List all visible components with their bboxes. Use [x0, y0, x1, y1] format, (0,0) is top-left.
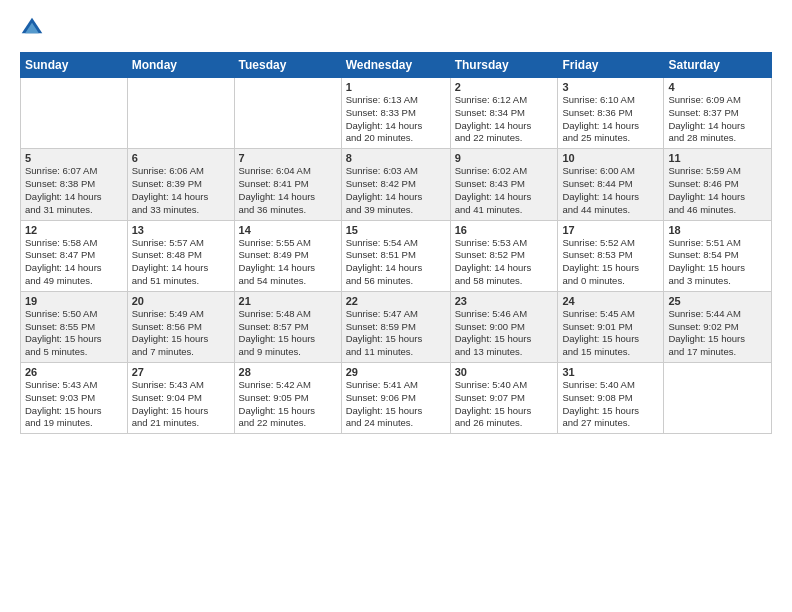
calendar-cell: 17Sunrise: 5:52 AM Sunset: 8:53 PM Dayli…: [558, 220, 664, 291]
calendar-cell: 25Sunrise: 5:44 AM Sunset: 9:02 PM Dayli…: [664, 291, 772, 362]
calendar-cell: 19Sunrise: 5:50 AM Sunset: 8:55 PM Dayli…: [21, 291, 128, 362]
calendar-week-row: 12Sunrise: 5:58 AM Sunset: 8:47 PM Dayli…: [21, 220, 772, 291]
day-info: Sunrise: 6:09 AM Sunset: 8:37 PM Dayligh…: [668, 94, 767, 145]
day-number: 5: [25, 152, 123, 164]
calendar-header-row: SundayMondayTuesdayWednesdayThursdayFrid…: [21, 53, 772, 78]
day-info: Sunrise: 5:52 AM Sunset: 8:53 PM Dayligh…: [562, 237, 659, 288]
calendar-cell: 4Sunrise: 6:09 AM Sunset: 8:37 PM Daylig…: [664, 78, 772, 149]
calendar-cell: 12Sunrise: 5:58 AM Sunset: 8:47 PM Dayli…: [21, 220, 128, 291]
day-info: Sunrise: 5:50 AM Sunset: 8:55 PM Dayligh…: [25, 308, 123, 359]
calendar-cell: 16Sunrise: 5:53 AM Sunset: 8:52 PM Dayli…: [450, 220, 558, 291]
day-info: Sunrise: 5:59 AM Sunset: 8:46 PM Dayligh…: [668, 165, 767, 216]
calendar-cell: 10Sunrise: 6:00 AM Sunset: 8:44 PM Dayli…: [558, 149, 664, 220]
calendar-cell: [664, 363, 772, 434]
day-number: 23: [455, 295, 554, 307]
day-info: Sunrise: 5:42 AM Sunset: 9:05 PM Dayligh…: [239, 379, 337, 430]
day-number: 9: [455, 152, 554, 164]
calendar-cell: 28Sunrise: 5:42 AM Sunset: 9:05 PM Dayli…: [234, 363, 341, 434]
day-info: Sunrise: 6:12 AM Sunset: 8:34 PM Dayligh…: [455, 94, 554, 145]
calendar-cell: 3Sunrise: 6:10 AM Sunset: 8:36 PM Daylig…: [558, 78, 664, 149]
day-info: Sunrise: 5:49 AM Sunset: 8:56 PM Dayligh…: [132, 308, 230, 359]
calendar-cell: 9Sunrise: 6:02 AM Sunset: 8:43 PM Daylig…: [450, 149, 558, 220]
calendar-cell: 24Sunrise: 5:45 AM Sunset: 9:01 PM Dayli…: [558, 291, 664, 362]
day-number: 24: [562, 295, 659, 307]
day-info: Sunrise: 6:00 AM Sunset: 8:44 PM Dayligh…: [562, 165, 659, 216]
day-info: Sunrise: 5:43 AM Sunset: 9:04 PM Dayligh…: [132, 379, 230, 430]
calendar-day-header: Tuesday: [234, 53, 341, 78]
day-number: 13: [132, 224, 230, 236]
day-info: Sunrise: 5:40 AM Sunset: 9:08 PM Dayligh…: [562, 379, 659, 430]
calendar-cell: 31Sunrise: 5:40 AM Sunset: 9:08 PM Dayli…: [558, 363, 664, 434]
day-info: Sunrise: 5:47 AM Sunset: 8:59 PM Dayligh…: [346, 308, 446, 359]
day-number: 7: [239, 152, 337, 164]
calendar-cell: 23Sunrise: 5:46 AM Sunset: 9:00 PM Dayli…: [450, 291, 558, 362]
day-number: 22: [346, 295, 446, 307]
calendar-week-row: 1Sunrise: 6:13 AM Sunset: 8:33 PM Daylig…: [21, 78, 772, 149]
logo-icon: [20, 16, 44, 40]
calendar-cell: 14Sunrise: 5:55 AM Sunset: 8:49 PM Dayli…: [234, 220, 341, 291]
day-number: 10: [562, 152, 659, 164]
calendar-table: SundayMondayTuesdayWednesdayThursdayFrid…: [20, 52, 772, 434]
day-number: 11: [668, 152, 767, 164]
day-info: Sunrise: 5:44 AM Sunset: 9:02 PM Dayligh…: [668, 308, 767, 359]
calendar-day-header: Thursday: [450, 53, 558, 78]
calendar-cell: 13Sunrise: 5:57 AM Sunset: 8:48 PM Dayli…: [127, 220, 234, 291]
calendar-cell: 5Sunrise: 6:07 AM Sunset: 8:38 PM Daylig…: [21, 149, 128, 220]
calendar-week-row: 26Sunrise: 5:43 AM Sunset: 9:03 PM Dayli…: [21, 363, 772, 434]
day-number: 15: [346, 224, 446, 236]
calendar-cell: [127, 78, 234, 149]
calendar-week-row: 19Sunrise: 5:50 AM Sunset: 8:55 PM Dayli…: [21, 291, 772, 362]
day-number: 12: [25, 224, 123, 236]
day-info: Sunrise: 5:54 AM Sunset: 8:51 PM Dayligh…: [346, 237, 446, 288]
calendar-cell: 30Sunrise: 5:40 AM Sunset: 9:07 PM Dayli…: [450, 363, 558, 434]
calendar-day-header: Saturday: [664, 53, 772, 78]
calendar-cell: 1Sunrise: 6:13 AM Sunset: 8:33 PM Daylig…: [341, 78, 450, 149]
calendar-day-header: Friday: [558, 53, 664, 78]
day-number: 19: [25, 295, 123, 307]
day-number: 6: [132, 152, 230, 164]
calendar-cell: 15Sunrise: 5:54 AM Sunset: 8:51 PM Dayli…: [341, 220, 450, 291]
day-info: Sunrise: 5:48 AM Sunset: 8:57 PM Dayligh…: [239, 308, 337, 359]
day-info: Sunrise: 6:06 AM Sunset: 8:39 PM Dayligh…: [132, 165, 230, 216]
calendar-cell: [234, 78, 341, 149]
day-info: Sunrise: 6:13 AM Sunset: 8:33 PM Dayligh…: [346, 94, 446, 145]
day-number: 30: [455, 366, 554, 378]
day-number: 27: [132, 366, 230, 378]
day-number: 3: [562, 81, 659, 93]
day-number: 4: [668, 81, 767, 93]
day-info: Sunrise: 5:51 AM Sunset: 8:54 PM Dayligh…: [668, 237, 767, 288]
calendar-cell: 8Sunrise: 6:03 AM Sunset: 8:42 PM Daylig…: [341, 149, 450, 220]
day-info: Sunrise: 5:53 AM Sunset: 8:52 PM Dayligh…: [455, 237, 554, 288]
day-info: Sunrise: 5:58 AM Sunset: 8:47 PM Dayligh…: [25, 237, 123, 288]
calendar-cell: 11Sunrise: 5:59 AM Sunset: 8:46 PM Dayli…: [664, 149, 772, 220]
day-info: Sunrise: 5:57 AM Sunset: 8:48 PM Dayligh…: [132, 237, 230, 288]
day-number: 1: [346, 81, 446, 93]
day-info: Sunrise: 5:43 AM Sunset: 9:03 PM Dayligh…: [25, 379, 123, 430]
logo: [20, 16, 48, 40]
day-info: Sunrise: 6:04 AM Sunset: 8:41 PM Dayligh…: [239, 165, 337, 216]
day-number: 20: [132, 295, 230, 307]
day-number: 8: [346, 152, 446, 164]
calendar-cell: 22Sunrise: 5:47 AM Sunset: 8:59 PM Dayli…: [341, 291, 450, 362]
day-number: 17: [562, 224, 659, 236]
page: SundayMondayTuesdayWednesdayThursdayFrid…: [0, 0, 792, 444]
day-number: 31: [562, 366, 659, 378]
day-number: 26: [25, 366, 123, 378]
day-number: 28: [239, 366, 337, 378]
day-info: Sunrise: 6:07 AM Sunset: 8:38 PM Dayligh…: [25, 165, 123, 216]
calendar-week-row: 5Sunrise: 6:07 AM Sunset: 8:38 PM Daylig…: [21, 149, 772, 220]
day-info: Sunrise: 6:02 AM Sunset: 8:43 PM Dayligh…: [455, 165, 554, 216]
calendar-cell: 21Sunrise: 5:48 AM Sunset: 8:57 PM Dayli…: [234, 291, 341, 362]
day-number: 14: [239, 224, 337, 236]
calendar-cell: 29Sunrise: 5:41 AM Sunset: 9:06 PM Dayli…: [341, 363, 450, 434]
calendar-day-header: Wednesday: [341, 53, 450, 78]
day-info: Sunrise: 6:03 AM Sunset: 8:42 PM Dayligh…: [346, 165, 446, 216]
header: [20, 16, 772, 40]
calendar-cell: 2Sunrise: 6:12 AM Sunset: 8:34 PM Daylig…: [450, 78, 558, 149]
day-number: 25: [668, 295, 767, 307]
calendar-day-header: Monday: [127, 53, 234, 78]
calendar-cell: 26Sunrise: 5:43 AM Sunset: 9:03 PM Dayli…: [21, 363, 128, 434]
day-number: 2: [455, 81, 554, 93]
day-number: 16: [455, 224, 554, 236]
calendar-cell: 7Sunrise: 6:04 AM Sunset: 8:41 PM Daylig…: [234, 149, 341, 220]
